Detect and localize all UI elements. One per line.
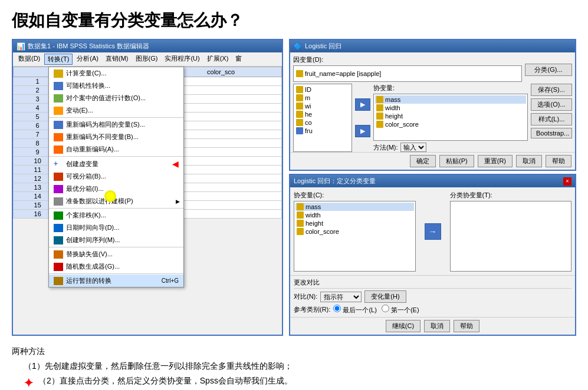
menu-create-dummy[interactable]: + 创建虚变量 ◀ [49, 157, 183, 170]
help-btn[interactable]: 帮助 [546, 155, 571, 167]
transfer-to-cat-btn[interactable]: → [425, 223, 441, 240]
bootstrap-btn[interactable]: Bootstrap... [531, 128, 572, 138]
transform-dropdown: 计算变量(C)... 可随机性转换... 对个案中的值进行计数(O)... 变动… [48, 67, 184, 287]
menu-datetime[interactable]: 日期时间向导(D)... [49, 222, 183, 234]
screenshots-row: 📊 数据集1 - IBM SPSS Statistics 数据编辑器 数据(D)… [12, 39, 576, 336]
logistic-top-area: 因变量(D): fruit_name=apple [isapple] 分类(G)… [290, 52, 575, 82]
style-btn[interactable]: 样式(L)... [531, 113, 572, 125]
change-contrast-btn[interactable]: 变化量(H) [364, 290, 406, 303]
ref-first-option[interactable]: 第一个(E) [382, 305, 419, 315]
menu-data[interactable]: 数据(D) [15, 54, 43, 65]
cov-height[interactable]: height [375, 112, 526, 120]
auto-recode-label: 自动重新编码(A)... [66, 145, 119, 154]
menu-prepare-model[interactable]: 准备数据以进行建模(P) ▶ [49, 195, 183, 207]
covariate-listbox[interactable]: mass width height [373, 94, 528, 141]
define-cat-dialog: Logistic 回归：定义分类变量 × 协变量(C): mass [289, 174, 576, 336]
cancel-btn[interactable]: 取消 [516, 155, 542, 167]
dep-var-box[interactable]: fruit_name=apple [isapple] [293, 65, 522, 82]
options-btn[interactable]: 选项(O)... [531, 98, 572, 111]
covariate-section: 协变量: mass width [373, 84, 528, 152]
he-icon [296, 111, 303, 118]
contrast-select[interactable]: 指示符 [320, 292, 362, 302]
classify-button[interactable]: 分类(G)... [525, 64, 572, 76]
ref-last-option[interactable]: 最后一个(L) [333, 305, 377, 315]
run-pending-icon [54, 277, 63, 285]
colorscore-cov-icon [376, 121, 383, 128]
run-pending-label: 运行暂挂的转换 [66, 276, 111, 285]
cov-mass[interactable]: mass [375, 95, 526, 104]
menu-utilities[interactable]: 实用程序(U) [162, 54, 202, 65]
method-select[interactable]: 输入 [400, 143, 426, 152]
save-btn[interactable]: 保存(S)... [531, 84, 572, 96]
src-var-co: co [295, 118, 350, 127]
menu-replace-missing[interactable]: 替换缺失值(V)... [49, 248, 183, 260]
recode-diff-label: 重新编码为不同变量(B)... [66, 133, 139, 141]
replace-missing-label: 替换缺失值(V)... [66, 250, 113, 259]
define-cat-close[interactable]: × [563, 177, 571, 186]
visual-bin-icon [54, 173, 63, 181]
cov-width[interactable]: width [375, 104, 526, 112]
ref-last-radio[interactable] [333, 305, 341, 312]
method-row: 方法(M): 输入 [373, 143, 528, 152]
menu-visual-bin[interactable]: 可视分箱(B)... [49, 170, 183, 183]
menu-optimal-bin[interactable]: 最优分箱(I)... [49, 183, 183, 195]
define-cat-right: 分类协变量(T): [450, 191, 572, 272]
def-cov-colorscore[interactable]: color_score [295, 227, 414, 236]
contrast-row: 对比(N): 指示符 变化量(H) [294, 290, 571, 303]
right-panels: 🔷 Logistic 回归 因变量(D): fruit_name=apple [… [289, 39, 576, 336]
def-cov-mass[interactable]: mass [295, 203, 414, 211]
ref-cat-label: 参考类别(R): [294, 305, 330, 314]
menu-analyze[interactable]: 分析(A) [74, 54, 101, 65]
divider4 [49, 247, 183, 247]
optimal-bin-label: 最优分箱(I)... [66, 184, 104, 193]
menu-calc-var[interactable]: 计算变量(C)... [49, 67, 183, 80]
src-var-wi: wi [295, 102, 350, 110]
ref-first-radio[interactable] [382, 305, 389, 312]
menu-auto-recode[interactable]: 自动重新编码(A)... [49, 143, 183, 156]
menu-random-gen[interactable]: 随机数生成器(G)... [49, 260, 183, 273]
def-cov-height[interactable]: height [295, 219, 414, 227]
dep-var-icon [296, 70, 303, 77]
define-cat-covariate-list[interactable]: mass width height [294, 201, 416, 272]
menu-graph[interactable]: 图形(G) [133, 54, 161, 65]
transfer-cov-btn[interactable]: ▶ [355, 125, 370, 137]
random-transform-label: 可随机性转换... [66, 81, 110, 90]
def-cov-width[interactable]: width [295, 211, 414, 219]
menu-recode-same[interactable]: 重新编码为相同的变量(S)... [49, 118, 183, 131]
reset-btn[interactable]: 重置(R) [478, 155, 513, 167]
def-cancel-btn[interactable]: 取消 [424, 320, 450, 332]
define-cat-title: Logistic 回归：定义分类变量 [294, 177, 376, 186]
dummy-icon: + [54, 160, 63, 168]
co-icon [296, 119, 303, 126]
cat-covariate-label: 分类协变量(T): [450, 191, 572, 200]
paste-btn[interactable]: 粘贴(P) [439, 155, 474, 167]
rank-label: 个案排秩(K)... [66, 211, 106, 220]
contrast-label: 对比(N): [294, 292, 317, 301]
ok-btn[interactable]: 确定 [410, 155, 436, 167]
center-arrow-section: → [422, 191, 444, 272]
timeseries-label: 创建时间序列(M)... [66, 236, 120, 244]
shift-icon [54, 107, 63, 115]
menu-rank[interactable]: 个案排秩(K)... [49, 209, 183, 222]
cat-covariate-list[interactable] [450, 201, 572, 272]
create-dummy-arrow: ◀ [172, 159, 179, 168]
menu-run-pending[interactable]: 运行暂挂的转换 Ctrl+G [49, 275, 183, 287]
menu-count-values[interactable]: 对个案中的值进行计数(O)... [49, 92, 183, 104]
spss-title-text: 数据集1 - IBM SPSS Statistics 数据编辑器 [28, 42, 149, 51]
continue-btn[interactable]: 继续(C) [386, 320, 421, 332]
def-width-icon [297, 211, 304, 219]
menu-transform[interactable]: 转换(T) [44, 54, 73, 65]
menu-window[interactable]: 窗 [232, 54, 245, 65]
menu-random-transform[interactable]: 可随机性转换... [49, 80, 183, 92]
transfer-dep-btn[interactable]: ▶ [355, 98, 370, 111]
cov-colorscore[interactable]: color_score [375, 120, 526, 128]
menu-timeseries[interactable]: 创建时间序列(M)... [49, 234, 183, 246]
source-var-box: ID m wi he [293, 84, 352, 152]
def-help-btn[interactable]: 帮助 [454, 320, 479, 332]
menu-direct[interactable]: 直销(M) [103, 54, 132, 65]
menu-recode-diff[interactable]: 重新编码为不同变量(B)... [49, 131, 183, 143]
menu-shift[interactable]: 变动(E)... [49, 104, 183, 117]
logistic-title-icon: 🔷 [294, 42, 302, 50]
spss-menu-bar[interactable]: 数据(D) 转换(T) 分析(A) 直销(M) 图形(G) 实用程序(U) 扩展… [13, 52, 282, 67]
menu-extend[interactable]: 扩展(X) [204, 54, 232, 65]
